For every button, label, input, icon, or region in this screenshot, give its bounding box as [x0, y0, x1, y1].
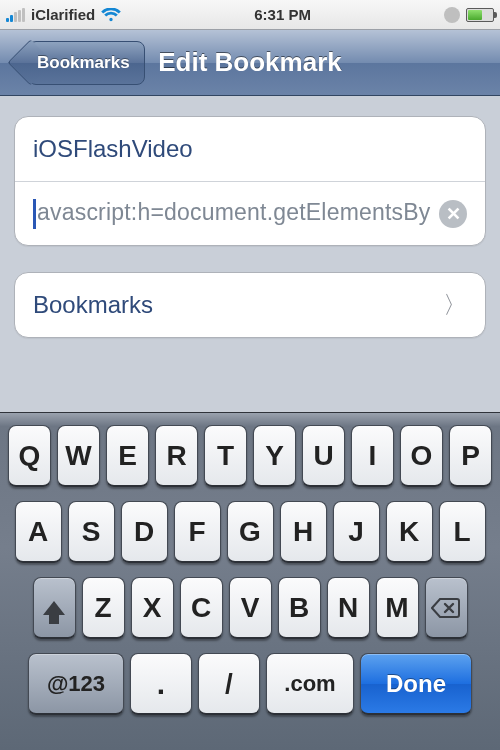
clock-icon: [444, 7, 460, 23]
key-w[interactable]: W: [57, 425, 100, 487]
key-f[interactable]: F: [174, 501, 221, 563]
key-b[interactable]: B: [278, 577, 321, 639]
keyboard: QWERTYUIOP ASDFGHJKL ZXCVBNM @123 . / .c…: [0, 412, 500, 750]
nav-bar: Bookmarks Edit Bookmark: [0, 30, 500, 96]
clear-url-button[interactable]: ✕: [439, 200, 467, 228]
signal-icon: [6, 8, 25, 22]
period-key[interactable]: .: [130, 653, 192, 715]
backspace-key[interactable]: [425, 577, 468, 639]
key-j[interactable]: J: [333, 501, 380, 563]
key-g[interactable]: G: [227, 501, 274, 563]
wifi-icon: [101, 8, 121, 22]
key-y[interactable]: Y: [253, 425, 296, 487]
key-x[interactable]: X: [131, 577, 174, 639]
bookmark-fields-group: avascript:h=document.getElementsByT ✕: [14, 116, 486, 246]
url-row[interactable]: avascript:h=document.getElementsByT ✕: [15, 181, 485, 245]
key-d[interactable]: D: [121, 501, 168, 563]
status-time: 6:31 PM: [254, 6, 311, 23]
text-cursor: [33, 199, 36, 229]
key-h[interactable]: H: [280, 501, 327, 563]
name-row[interactable]: [15, 117, 485, 181]
battery-icon: [466, 8, 494, 22]
mode-key[interactable]: @123: [28, 653, 124, 715]
key-l[interactable]: L: [439, 501, 486, 563]
shift-key[interactable]: [33, 577, 76, 639]
done-key[interactable]: Done: [360, 653, 472, 715]
key-o[interactable]: O: [400, 425, 443, 487]
folder-label: Bookmarks: [33, 291, 153, 319]
key-a[interactable]: A: [15, 501, 62, 563]
key-v[interactable]: V: [229, 577, 272, 639]
key-p[interactable]: P: [449, 425, 492, 487]
key-n[interactable]: N: [327, 577, 370, 639]
dotcom-key[interactable]: .com: [266, 653, 354, 715]
key-c[interactable]: C: [180, 577, 223, 639]
key-z[interactable]: Z: [82, 577, 125, 639]
key-e[interactable]: E: [106, 425, 149, 487]
slash-key[interactable]: /: [198, 653, 260, 715]
key-m[interactable]: M: [376, 577, 419, 639]
folder-group: Bookmarks 〉: [14, 272, 486, 338]
bookmark-url-input[interactable]: avascript:h=document.getElementsByT: [33, 198, 431, 229]
close-icon: ✕: [446, 203, 461, 225]
key-i[interactable]: I: [351, 425, 394, 487]
backspace-icon: [431, 597, 461, 619]
key-r[interactable]: R: [155, 425, 198, 487]
key-t[interactable]: T: [204, 425, 247, 487]
shift-icon: [43, 601, 65, 615]
status-bar: iClarified 6:31 PM: [0, 0, 500, 30]
carrier-label: iClarified: [31, 6, 95, 23]
key-q[interactable]: Q: [8, 425, 51, 487]
key-u[interactable]: U: [302, 425, 345, 487]
back-button-label: Bookmarks: [37, 53, 130, 73]
bookmark-name-input[interactable]: [33, 135, 467, 163]
content: avascript:h=document.getElementsByT ✕ Bo…: [0, 96, 500, 358]
chevron-right-icon: 〉: [443, 289, 467, 321]
key-s[interactable]: S: [68, 501, 115, 563]
key-k[interactable]: K: [386, 501, 433, 563]
folder-row[interactable]: Bookmarks 〉: [15, 273, 485, 337]
back-button[interactable]: Bookmarks: [28, 41, 145, 85]
